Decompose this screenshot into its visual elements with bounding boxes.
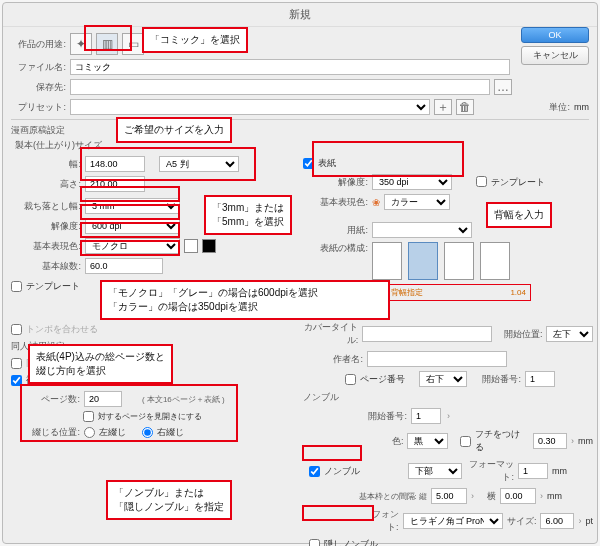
pagenum-pos[interactable]: 右下 (419, 371, 467, 387)
bleed-label: 裁ち落とし幅: (11, 200, 81, 213)
pages-note: ( 本文16ページ＋表紙 ) (142, 394, 225, 405)
preset-add-icon[interactable]: ＋ (434, 99, 452, 115)
bleed-select[interactable]: 3 mm (85, 198, 180, 214)
width-input[interactable] (85, 156, 145, 172)
template2-check[interactable] (476, 176, 487, 187)
startno2-input[interactable] (411, 408, 441, 424)
ok-button[interactable]: OK (521, 27, 589, 43)
nombre-check[interactable] (309, 466, 320, 477)
gap-h[interactable] (500, 488, 536, 504)
chev5-icon: › (578, 516, 581, 526)
swatch-white[interactable] (184, 239, 198, 253)
format-input[interactable] (518, 463, 548, 479)
coverpaper-input[interactable] (362, 326, 492, 342)
cover-check[interactable] (303, 158, 314, 169)
startno-label: 開始番号: (471, 373, 521, 386)
section-label: 漫画原稿設定 (11, 124, 589, 137)
basiccolor-label: 基本表現色: (11, 240, 81, 253)
presetsize-select[interactable]: A5 判 (159, 156, 239, 172)
font-select[interactable]: ヒラギノ角ゴ ProN W3 (403, 513, 503, 529)
use-anim-icon[interactable]: ▭ (122, 33, 144, 55)
pagenum-check[interactable] (345, 374, 356, 385)
startpos-select[interactable]: 左下 (546, 326, 593, 342)
hidden-check[interactable] (309, 539, 320, 546)
cover-thumb-3[interactable] (444, 242, 474, 280)
multipage-check[interactable] (11, 375, 22, 386)
filename-input[interactable] (70, 59, 510, 75)
template2-label: テンプレート (491, 176, 545, 189)
trim-label: トンボを合わせる (26, 323, 98, 336)
paper-select[interactable] (372, 222, 472, 238)
callout-pages: 表紙(4P)込みの総ページ数と 綴じ方向を選択 (28, 344, 173, 384)
baselines-label: 基本線数: (11, 260, 81, 273)
template-check[interactable] (11, 281, 22, 292)
callout-size: ご希望のサイズを入力 (116, 117, 232, 143)
cover-thumb-4[interactable] (480, 242, 510, 280)
preset-label: プリセット: (11, 101, 66, 114)
chev3-icon: › (471, 491, 474, 501)
folder-icon[interactable]: … (494, 79, 512, 95)
purpose-label: 作品の用途: (11, 38, 66, 51)
res2-label: 解像度: (313, 176, 368, 189)
format-label: フォーマット: (466, 458, 514, 484)
startpos-label: 開始位置: (496, 328, 542, 341)
paper-label: 用紙: (313, 224, 368, 237)
pt: pt (585, 516, 593, 526)
bind-right-radio[interactable] (142, 427, 153, 438)
callout-spine: 背幅を入力 (486, 202, 552, 228)
cancel-button[interactable]: キャンセル (521, 46, 589, 65)
callout-comic: 「コミック」を選択 (142, 27, 248, 53)
spine-value: 1.04 (510, 288, 526, 297)
preset-select[interactable] (70, 99, 430, 115)
font-label: フォント: (365, 508, 399, 534)
unit-value: mm (574, 102, 589, 112)
size-label: サイズ: (507, 515, 537, 528)
border-w[interactable] (533, 433, 567, 449)
color-select[interactable]: 黒 (407, 433, 448, 449)
spread-check[interactable] (83, 411, 94, 422)
nombre-label: ノンブル (324, 465, 360, 478)
coverlayout-label: 表紙の構成: (313, 242, 368, 255)
border-check[interactable] (460, 436, 471, 447)
nombre-pos[interactable]: 下部 (408, 463, 462, 479)
template-label: テンプレート (26, 280, 80, 293)
basiccolor2-select[interactable]: カラー (384, 194, 450, 210)
dialog-title: 新規 (3, 3, 597, 27)
resolution-select[interactable]: 600 dpi (85, 218, 180, 234)
trim-check[interactable] (11, 324, 22, 335)
use-comic-icon[interactable]: ▥ (96, 33, 118, 55)
cover-thumb-2[interactable] (408, 242, 438, 280)
callout-dpi: 「モノクロ」「グレー」の場合は600dpiを選択 「カラー」の場合は350dpi… (100, 280, 390, 320)
use-illust-icon[interactable]: ✦ (70, 33, 92, 55)
filename-label: ファイル名: (11, 61, 66, 74)
chevron-icon: › (447, 411, 450, 421)
basiccolor-select[interactable]: モノクロ (85, 238, 180, 254)
pages-input[interactable] (84, 391, 122, 407)
startno-input[interactable] (525, 371, 555, 387)
height-label: 高さ: (11, 178, 81, 191)
callout-bleed: 「3mm」または 「5mm」を選択 (204, 195, 292, 235)
resolution2-select[interactable]: 350 dpi (372, 174, 452, 190)
height-input[interactable] (85, 176, 145, 192)
preset-del-icon[interactable]: 🗑 (456, 99, 474, 115)
border-label: フチをつける (475, 428, 525, 454)
bind-left-radio[interactable] (84, 427, 95, 438)
baselines-input[interactable] (85, 258, 163, 274)
hidden-label: 隠しノンブル (324, 538, 378, 546)
resolution-label: 解像度: (11, 220, 81, 233)
author-label: 作者名: (303, 353, 363, 366)
doujin-check[interactable] (11, 358, 22, 369)
author-input[interactable] (367, 351, 507, 367)
chev4-icon: › (540, 491, 543, 501)
gap-v[interactable] (431, 488, 467, 504)
size-input[interactable] (540, 513, 574, 529)
cover-thumb-1[interactable] (372, 242, 402, 280)
swatch-black[interactable] (202, 239, 216, 253)
pagenum-label: ページ番号 (360, 373, 405, 386)
cover-label: 表紙 (318, 157, 336, 170)
saveto-input[interactable] (70, 79, 490, 95)
coverpaper-label: カバータイトル: (303, 321, 358, 347)
startno2-label: 開始番号: (363, 410, 407, 423)
binding-label: 綴じる位置: (25, 426, 80, 439)
mm2: mm (552, 466, 567, 476)
